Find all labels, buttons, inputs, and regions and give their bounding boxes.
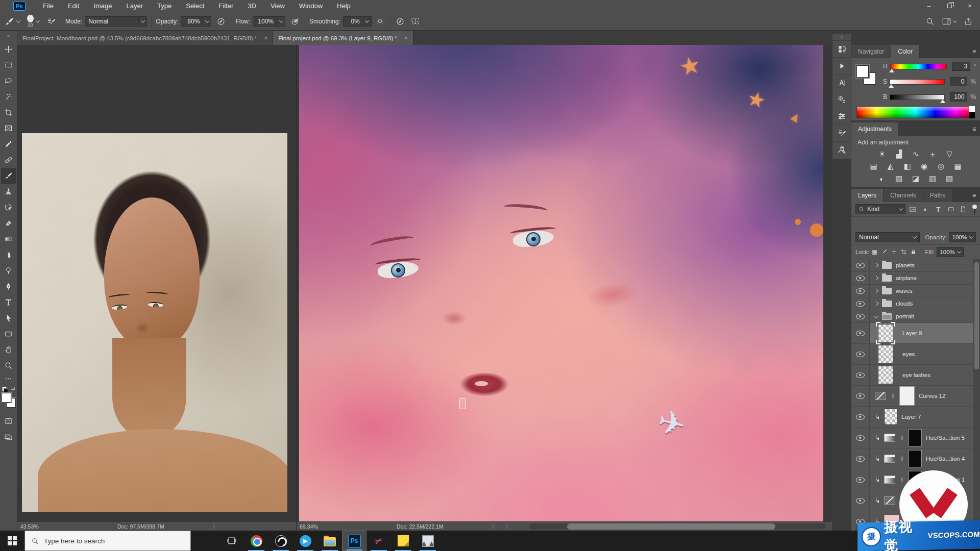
tab-navigator[interactable]: Navigator [851, 45, 891, 58]
minimize-button[interactable]: – [919, 0, 939, 12]
gradient-map-icon[interactable]: ▧ [943, 173, 955, 184]
move-tool[interactable] [1, 41, 16, 57]
photos-taskbar-button[interactable]: ▲▲ [415, 531, 440, 551]
layer-thumbnail[interactable] [878, 324, 893, 342]
brightness-value[interactable]: 100 [950, 92, 968, 102]
slider-thumb[interactable] [940, 97, 945, 103]
layer-fill-select[interactable]: 100% [937, 247, 963, 257]
menu-layer[interactable]: Layer [127, 2, 143, 10]
hue-saturation-icon[interactable]: ▤ [868, 161, 880, 171]
default-colors-icon[interactable] [2, 387, 7, 391]
start-button[interactable] [0, 531, 24, 551]
menu-select[interactable]: Select [186, 2, 204, 10]
type-tool[interactable] [1, 294, 16, 310]
visibility-toggle[interactable] [851, 365, 870, 385]
slider-thumb[interactable] [889, 66, 894, 72]
layer-row-layer9[interactable]: Layer 9 [851, 323, 973, 344]
tab-moodboard[interactable]: FinalProject_Moodboard.psd @ 43.5% (c9d6… [17, 31, 273, 45]
smoothing-select[interactable]: 0% [343, 16, 372, 27]
chevron-down-icon[interactable] [874, 314, 878, 318]
tab-final-project[interactable]: Final project.psd @ 69.3% (Layer 9, RGB/… [273, 31, 413, 45]
status-chevron-icon[interactable]: 〉 [213, 522, 218, 530]
chrome-taskbar-button[interactable] [244, 531, 268, 551]
symmetry-button[interactable] [410, 16, 421, 27]
lock-artboard-icon[interactable] [899, 247, 909, 257]
filter-type-layers-icon[interactable]: T [934, 204, 943, 214]
search-icon[interactable] [925, 17, 935, 26]
color-spectrum-bar[interactable] [856, 106, 975, 118]
curves-adjustment-icon[interactable] [884, 496, 895, 505]
visibility-toggle[interactable] [851, 386, 870, 406]
airbrush-button[interactable] [289, 16, 301, 27]
sticky-notes-taskbar-button[interactable] [391, 531, 415, 551]
layers-scrollbar[interactable] [973, 259, 980, 531]
tool-preset-picker[interactable] [4, 16, 20, 27]
smoothing-options-gear-button[interactable] [375, 16, 386, 27]
layer-mask-thumbnail[interactable] [909, 429, 922, 446]
layer-thumbnail[interactable] [884, 409, 897, 425]
black-white-icon[interactable]: ◧ [901, 161, 914, 171]
eraser-tool[interactable] [1, 215, 16, 231]
filter-smart-objects-icon[interactable] [959, 204, 968, 214]
hand-tool[interactable] [1, 342, 16, 358]
spot-healing-tool[interactable] [1, 152, 16, 168]
layer-thumbnail[interactable] [878, 366, 893, 384]
menu-edit[interactable]: Edit [68, 2, 79, 10]
panel-collapse-icon[interactable]: « [832, 34, 851, 41]
layer-mask-thumbnail[interactable] [899, 386, 915, 406]
workspace-switcher[interactable] [942, 16, 957, 26]
tab-paths[interactable]: Paths [923, 189, 953, 202]
flow-select[interactable]: 100% [253, 16, 285, 27]
frame-tool[interactable] [1, 120, 16, 136]
gradient-tool[interactable] [1, 231, 16, 247]
layer-row-layer7[interactable]: Layer 7 [851, 407, 973, 428]
task-view-button[interactable] [219, 531, 244, 551]
slider-thumb[interactable] [889, 82, 894, 88]
filter-shape-layers-icon[interactable] [946, 204, 955, 214]
edit-toolbar-button[interactable] [1, 373, 16, 384]
layer-row-portrait[interactable]: portrait [851, 310, 973, 323]
status-chevron-icon[interactable]: 〈 [503, 522, 508, 530]
curves-adjustment-icon[interactable] [875, 392, 886, 400]
history-brush-tool[interactable] [1, 199, 16, 215]
eyedropper-tool[interactable] [1, 136, 16, 152]
mode-select[interactable]: Normal [85, 16, 147, 27]
close-icon[interactable]: × [264, 35, 267, 42]
foreground-color-swatch[interactable] [856, 65, 869, 78]
toolbar-collapse-icon[interactable]: » [7, 33, 10, 41]
hue-slider[interactable] [890, 64, 947, 69]
obs-taskbar-button[interactable] [268, 531, 293, 551]
filter-pixel-layers-icon[interactable] [909, 204, 918, 214]
layer-row-huesat4[interactable]: Hue/Sa...tion 4 [851, 448, 973, 469]
pen-tool[interactable] [1, 279, 16, 294]
visibility-toggle[interactable] [851, 297, 870, 310]
layer-opacity-select[interactable]: 100% [949, 232, 976, 242]
visibility-toggle[interactable] [851, 272, 870, 284]
menu-file[interactable]: File [43, 2, 54, 10]
character-panel-icon[interactable] [832, 74, 851, 91]
painting-canvas[interactable]: ★ ★ ▲ ✈ [299, 45, 823, 521]
layer-row-planets[interactable]: planets [851, 259, 973, 272]
threshold-icon[interactable]: ◪ [910, 173, 922, 184]
visibility-toggle[interactable] [851, 448, 870, 469]
scrollbar-thumb[interactable] [567, 523, 775, 530]
exposure-icon[interactable]: ± [926, 149, 939, 159]
tool-presets-panel-icon[interactable] [832, 142, 851, 159]
visibility-toggle[interactable] [851, 469, 870, 490]
visibility-toggle[interactable] [851, 407, 870, 427]
clone-stamp-tool[interactable] [1, 184, 16, 199]
brush-preset-picker[interactable]: 20 [27, 15, 34, 28]
quick-selection-tool[interactable] [1, 89, 16, 105]
crop-tool[interactable] [1, 105, 16, 120]
opacity-select[interactable]: 80% [181, 16, 211, 27]
close-icon[interactable]: × [404, 35, 408, 42]
actions-panel-icon[interactable] [832, 58, 851, 74]
history-panel-icon[interactable] [832, 41, 851, 58]
smudge-tool[interactable] [1, 247, 16, 263]
layer-row-airplane[interactable]: airplane [851, 272, 973, 285]
moodboard-photo[interactable] [22, 133, 287, 512]
chevron-right-icon[interactable] [874, 289, 878, 293]
layer-row-eyes[interactable]: eyes [851, 344, 973, 365]
layer-thumbnail[interactable] [878, 345, 893, 363]
brightness-slider[interactable] [890, 94, 944, 100]
